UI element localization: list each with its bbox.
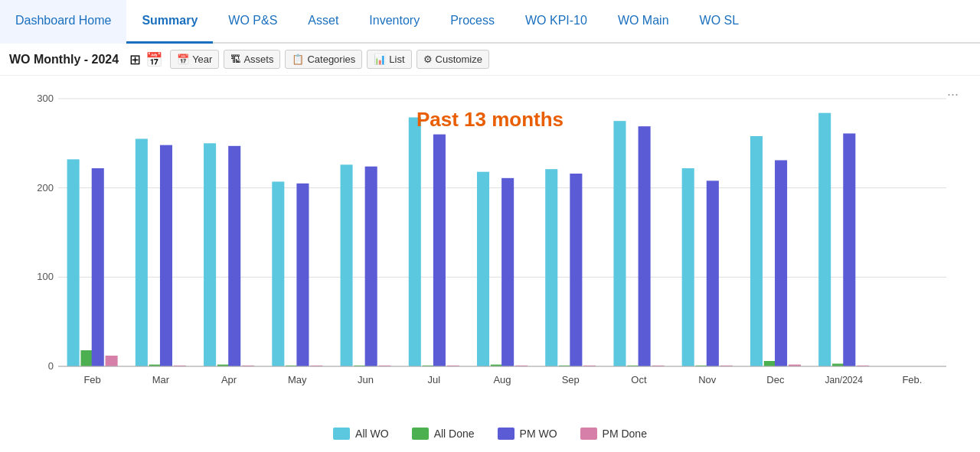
list-icon-button[interactable]: 📊List	[367, 50, 411, 69]
tab-wo-ps[interactable]: WO P&S	[213, 0, 292, 44]
svg-text:Nov: Nov	[698, 374, 717, 385]
toolbar-btn-label: Categories	[307, 54, 355, 65]
legend-color-allWO	[333, 428, 350, 440]
bar-pmWO-Mar[interactable]	[160, 145, 172, 366]
bar-allWO-Nov[interactable]	[682, 168, 694, 366]
tab-dashboard-home[interactable]: Dashboard Home	[0, 0, 126, 44]
svg-text:200: 200	[37, 182, 54, 193]
bar-pmWO-Sep[interactable]	[570, 174, 582, 366]
bar-allWO-Jul[interactable]	[409, 118, 421, 367]
bar-allWO-Oct[interactable]	[613, 121, 626, 366]
svg-text:Apr: Apr	[221, 374, 237, 385]
customize-icon: ⚙	[423, 54, 433, 65]
svg-text:Jan/2024: Jan/2024	[825, 375, 863, 385]
bar-pmWO-Jan/2024[interactable]	[843, 134, 855, 367]
bar-pmWO-Feb[interactable]	[92, 168, 104, 366]
calendar-icon-button[interactable]: 📅Year	[170, 50, 219, 69]
chart-wrap: 0100200300FebMarAprMayJunJulAugSepOctNov…	[12, 83, 968, 412]
chart-container: Past 13 months ··· 0100200300FebMarAprMa…	[0, 76, 980, 420]
categories-icon-button[interactable]: 📋Categories	[285, 50, 362, 69]
tab-wo-kpi-10[interactable]: WO KPI-10	[510, 0, 603, 44]
toolbar-btn-label: List	[389, 54, 404, 65]
bar-allDone-Feb[interactable]	[80, 350, 93, 366]
svg-text:May: May	[288, 374, 307, 385]
bar-allWO-Dec[interactable]	[750, 136, 763, 366]
toolbar-btn-label: Assets	[243, 54, 273, 65]
tab-summary[interactable]: Summary	[126, 0, 213, 44]
legend-color-pmDone	[580, 428, 597, 440]
assets-icon: 🏗	[230, 54, 240, 65]
calendar-icon: 📅	[177, 54, 189, 65]
svg-text:Aug: Aug	[493, 374, 511, 385]
legend-label: All Done	[434, 428, 475, 440]
bar-allWO-May[interactable]	[272, 182, 284, 367]
chart-title: WO Monthly - 2024	[9, 53, 119, 67]
bar-pmWO-Oct[interactable]	[639, 126, 651, 366]
toolbar: WO Monthly - 2024 ⊞📅📅Year🏗Assets📋Categor…	[0, 44, 980, 76]
svg-text:Feb.: Feb.	[902, 374, 922, 385]
svg-text:Dec: Dec	[766, 374, 785, 385]
bar-allWO-Jan/2024[interactable]	[818, 113, 831, 366]
legend-label: All WO	[355, 428, 389, 440]
svg-text:Jun: Jun	[358, 374, 374, 385]
bar-allWO-Apr[interactable]	[204, 143, 216, 366]
bar-allWO-Jun[interactable]	[341, 164, 353, 366]
bar-allWO-Feb[interactable]	[67, 159, 80, 366]
tab-bar: Dashboard HomeSummaryWO P&SAssetInventor…	[0, 0, 980, 44]
bar-pmWO-Dec[interactable]	[775, 161, 787, 367]
toolbar-btn-label: Customize	[436, 54, 482, 65]
svg-text:0: 0	[48, 360, 54, 372]
tab-asset[interactable]: Asset	[292, 0, 354, 44]
svg-text:Mar: Mar	[152, 374, 170, 385]
svg-text:100: 100	[37, 271, 54, 282]
svg-text:Oct: Oct	[631, 374, 647, 385]
bar-allDone-Jan/2024[interactable]	[832, 364, 844, 367]
legend-item-all-wo: All WO	[333, 428, 389, 440]
legend-item-pm-wo: PM WO	[498, 428, 557, 440]
bar-allWO-Sep[interactable]	[545, 169, 557, 366]
svg-text:Jul: Jul	[427, 374, 440, 385]
legend-item-all-done: All Done	[412, 428, 475, 440]
bar-pmDone-Feb[interactable]	[106, 356, 118, 366]
bar-pmWO-Jul[interactable]	[433, 135, 446, 366]
legend-item-pm-done: PM Done	[580, 428, 647, 440]
grid-icon-1[interactable]: ⊞	[129, 51, 141, 68]
legend-color-pmWO	[498, 428, 514, 440]
bar-allDone-Dec[interactable]	[764, 361, 776, 366]
toolbar-btn-label: Year	[192, 54, 212, 65]
chart-legend: All WOAll DonePM WOPM Done	[0, 420, 980, 444]
categories-icon: 📋	[292, 54, 304, 65]
assets-icon-button[interactable]: 🏗Assets	[224, 50, 280, 69]
tab-process[interactable]: Process	[435, 0, 510, 44]
customize-icon-button[interactable]: ⚙Customize	[416, 50, 489, 69]
tab-wo-sl[interactable]: WO SL	[684, 0, 755, 44]
bar-pmWO-May[interactable]	[296, 184, 309, 366]
bar-pmWO-Nov[interactable]	[707, 180, 719, 366]
tab-wo-main[interactable]: WO Main	[603, 0, 684, 44]
legend-label: PM WO	[520, 428, 557, 440]
legend-label: PM Done	[603, 428, 647, 440]
svg-text:Feb: Feb	[83, 374, 100, 385]
bar-chart: 0100200300FebMarAprMayJunJulAugSepOctNov…	[12, 83, 962, 412]
svg-text:300: 300	[37, 93, 54, 104]
list-icon: 📊	[374, 54, 386, 65]
bar-pmWO-Aug[interactable]	[501, 178, 514, 366]
tab-inventory[interactable]: Inventory	[354, 0, 435, 44]
bar-allWO-Mar[interactable]	[136, 139, 148, 367]
bar-allWO-Aug[interactable]	[477, 172, 489, 366]
legend-color-allDone	[412, 428, 429, 440]
grid-icon-2[interactable]: 📅	[145, 51, 162, 68]
bar-pmWO-Jun[interactable]	[365, 167, 377, 366]
svg-text:Sep: Sep	[562, 374, 580, 385]
bar-pmWO-Apr[interactable]	[228, 146, 240, 366]
